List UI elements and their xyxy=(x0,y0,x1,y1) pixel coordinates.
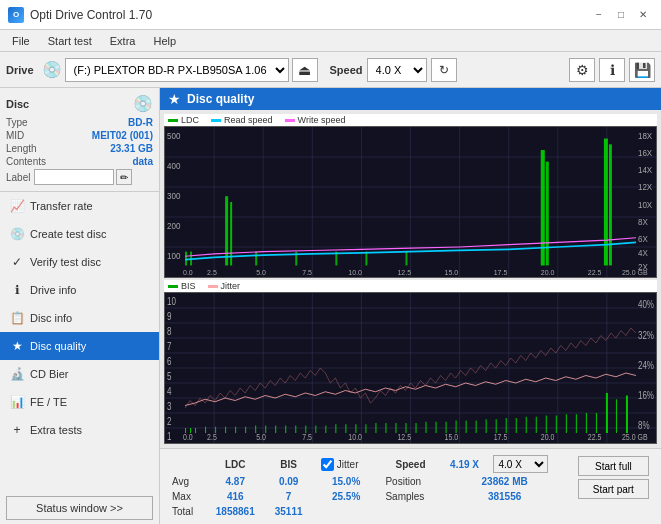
svg-rect-120 xyxy=(405,423,406,433)
close-button[interactable]: ✕ xyxy=(633,6,653,24)
samples-label: Samples xyxy=(381,490,439,503)
svg-rect-119 xyxy=(395,423,396,433)
svg-text:12.5: 12.5 xyxy=(397,433,411,443)
eject-button[interactable]: ⏏ xyxy=(292,58,318,82)
speed-label: Speed xyxy=(330,64,363,76)
svg-text:2.5: 2.5 xyxy=(207,267,217,277)
svg-text:5: 5 xyxy=(167,372,171,383)
top-chart-wrapper: LDC Read speed Write speed xyxy=(164,114,657,278)
contents-label: Contents xyxy=(6,156,46,167)
total-bis: 35111 xyxy=(266,505,310,518)
speed-select[interactable]: 4.0 X xyxy=(367,58,427,82)
status-window-button[interactable]: Status window >> xyxy=(6,496,153,520)
contents-value: data xyxy=(132,156,153,167)
menu-starttest[interactable]: Start test xyxy=(40,33,100,49)
label-edit-button[interactable]: ✏ xyxy=(116,169,132,185)
svg-text:3: 3 xyxy=(167,402,171,413)
svg-text:400: 400 xyxy=(167,160,181,171)
menu-extra[interactable]: Extra xyxy=(102,33,144,49)
svg-text:2: 2 xyxy=(167,417,171,428)
sidebar-item-create-test-disc[interactable]: 💿 Create test disc xyxy=(0,220,159,248)
svg-text:12.5: 12.5 xyxy=(397,267,411,277)
sidebar-item-drive-info[interactable]: ℹ Drive info xyxy=(0,276,159,304)
maximize-button[interactable]: □ xyxy=(611,6,631,24)
svg-rect-41 xyxy=(225,196,228,265)
length-label: Length xyxy=(6,143,37,154)
svg-rect-43 xyxy=(255,252,257,266)
speed-test-select[interactable]: 4.0 X xyxy=(493,455,548,473)
save-button[interactable]: 💾 xyxy=(629,58,655,82)
sidebar-item-disc-quality[interactable]: ★ Disc quality xyxy=(0,332,159,360)
jitter-checkbox-label[interactable]: Jitter xyxy=(321,458,372,471)
settings-button[interactable]: ⚙ xyxy=(569,58,595,82)
start-full-button[interactable]: Start full xyxy=(578,456,649,476)
svg-rect-110 xyxy=(305,426,306,434)
svg-text:12X: 12X xyxy=(638,182,652,193)
total-label: Total xyxy=(168,505,204,518)
svg-rect-142 xyxy=(626,396,628,434)
svg-rect-118 xyxy=(385,423,386,433)
avg-label: Avg xyxy=(168,475,204,488)
avg-ldc: 4.87 xyxy=(206,475,264,488)
drive-info-icon: ℹ xyxy=(10,283,24,297)
svg-rect-117 xyxy=(375,423,376,433)
label-input[interactable] xyxy=(34,169,114,185)
content-area: ★ Disc quality LDC Read speed xyxy=(160,88,661,524)
svg-rect-138 xyxy=(586,413,587,433)
svg-rect-113 xyxy=(335,424,336,433)
max-label: Max xyxy=(168,490,204,503)
top-chart: 500 400 300 200 100 18X 16X 14X 12X 10X … xyxy=(164,126,657,278)
svg-rect-50 xyxy=(604,139,608,266)
legend-bis: BIS xyxy=(168,281,196,291)
svg-rect-108 xyxy=(285,426,286,434)
svg-rect-112 xyxy=(325,426,326,434)
sidebar-item-fe-te[interactable]: 📊 FE / TE xyxy=(0,388,159,416)
mid-value: MEIT02 (001) xyxy=(92,130,153,141)
start-part-button[interactable]: Start part xyxy=(578,479,649,499)
sidebar-item-extra-tests[interactable]: + Extra tests xyxy=(0,416,159,444)
minimize-button[interactable]: − xyxy=(589,6,609,24)
drive-select[interactable]: (F:) PLEXTOR BD-R PX-LB950SA 1.06 xyxy=(65,58,289,82)
svg-text:25.0 GB: 25.0 GB xyxy=(622,267,648,277)
svg-rect-109 xyxy=(295,426,296,434)
avg-jitter: 15.0% xyxy=(313,475,380,488)
svg-text:16%: 16% xyxy=(638,390,654,401)
refresh-button[interactable]: ↻ xyxy=(431,58,457,82)
svg-rect-49 xyxy=(546,162,549,266)
titlebar: O Opti Drive Control 1.70 − □ ✕ xyxy=(0,0,661,30)
svg-rect-141 xyxy=(616,399,617,433)
svg-rect-122 xyxy=(426,422,427,433)
jitter-checkbox[interactable] xyxy=(321,458,334,471)
svg-text:14X: 14X xyxy=(638,165,652,176)
svg-text:20.0: 20.0 xyxy=(541,267,555,277)
svg-rect-104 xyxy=(245,427,246,433)
svg-text:40%: 40% xyxy=(638,299,654,310)
svg-rect-123 xyxy=(436,422,437,433)
svg-rect-100 xyxy=(205,427,206,433)
max-jitter: 25.5% xyxy=(313,490,380,503)
sidebar-item-verify-test-disc[interactable]: ✓ Verify test disc xyxy=(0,248,159,276)
svg-rect-47 xyxy=(405,252,407,266)
stats-area: LDC BIS Jitter Speed 4.19 X 4.0 X xyxy=(160,448,661,524)
svg-rect-134 xyxy=(546,416,547,434)
disc-quality-icon: ★ xyxy=(10,339,24,353)
app-title: Opti Drive Control 1.70 xyxy=(30,8,152,22)
menu-file[interactable]: File xyxy=(4,33,38,49)
svg-text:100: 100 xyxy=(167,250,181,261)
bis-color xyxy=(168,285,178,288)
sidebar-item-disc-info[interactable]: 📋 Disc info xyxy=(0,304,159,332)
menu-help[interactable]: Help xyxy=(145,33,184,49)
svg-text:17.5: 17.5 xyxy=(494,433,508,443)
svg-text:22.5: 22.5 xyxy=(588,433,602,443)
menubar: File Start test Extra Help xyxy=(0,30,661,52)
svg-rect-39 xyxy=(185,252,187,266)
svg-text:24%: 24% xyxy=(638,360,654,371)
mid-label: MID xyxy=(6,130,24,141)
svg-rect-114 xyxy=(345,424,346,433)
sidebar-item-transfer-rate[interactable]: 📈 Transfer rate xyxy=(0,192,159,220)
svg-rect-116 xyxy=(365,424,366,433)
sidebar-item-cd-bier[interactable]: 🔬 CD Bier xyxy=(0,360,159,388)
info-button[interactable]: ℹ xyxy=(599,58,625,82)
svg-rect-97 xyxy=(185,428,186,433)
svg-rect-98 xyxy=(190,428,191,433)
